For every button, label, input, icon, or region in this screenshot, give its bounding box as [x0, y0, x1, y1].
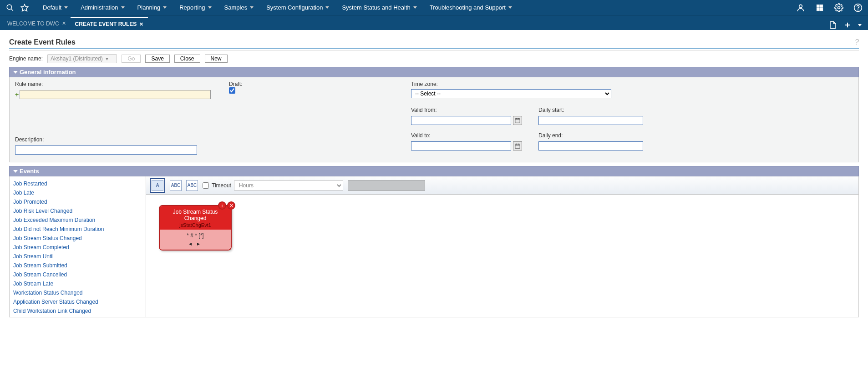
engine-name-label: Engine name: [9, 55, 43, 62]
description-input[interactable] [15, 145, 197, 155]
menu-reporting[interactable]: Reporting [175, 0, 216, 15]
menu-default[interactable]: Default [38, 0, 72, 15]
timeout-checkbox[interactable] [203, 182, 209, 189]
save-button[interactable]: Save [145, 55, 169, 63]
valid-to-label: Valid to: [411, 132, 525, 139]
close-icon[interactable]: ✕ [227, 201, 235, 210]
menu-troubleshooting[interactable]: Troubleshooting and Support [425, 0, 517, 15]
daily-start-input[interactable] [538, 116, 643, 125]
event-item[interactable]: Workstation Status Changed [13, 288, 142, 297]
svg-rect-6 [817, 8, 819, 10]
new-button[interactable]: New [205, 55, 228, 63]
section-general-title: General information [20, 69, 76, 75]
svg-rect-17 [515, 144, 520, 148]
svg-point-8 [838, 6, 840, 9]
timeout-block: Timeout Hours [203, 180, 343, 190]
event-item[interactable]: Job Exceeded Maximum Duration [13, 216, 142, 225]
tab-welcome[interactable]: WELCOME TO DWC ✕ [3, 17, 71, 30]
event-item[interactable]: Job Late [13, 188, 142, 197]
timezone-label: Time zone: [411, 81, 643, 87]
event-card[interactable]: i ✕ Job Stream Status Changed jsStatChgE… [159, 205, 232, 251]
timezone-select[interactable]: -- Select -- [411, 89, 611, 98]
timeout-unit-select[interactable]: Hours [234, 180, 343, 190]
menu-samples[interactable]: Samples [220, 0, 259, 15]
twisty-icon[interactable] [13, 71, 18, 74]
gear-icon[interactable] [833, 2, 844, 13]
view-mode-a-group: A [150, 178, 165, 193]
menu-system-status-label: System Status and Health [342, 4, 410, 11]
event-item[interactable]: Job Risk Level Changed [13, 206, 142, 216]
tab-welcome-label: WELCOME TO DWC [7, 20, 59, 27]
section-general-header[interactable]: General information [9, 67, 859, 77]
event-item[interactable]: Job Stream Cancelled [13, 270, 142, 279]
svg-point-0 [7, 5, 12, 10]
calendar-icon[interactable] [513, 141, 522, 150]
engine-select-value: Akshay1 (Distributed) [51, 55, 103, 62]
svg-rect-5 [820, 5, 823, 7]
close-button[interactable]: Close [174, 55, 200, 63]
daily-end-input[interactable] [538, 141, 643, 150]
valid-to-input[interactable] [411, 141, 511, 150]
svg-point-10 [858, 10, 858, 10]
daily-end-label: Daily end: [538, 132, 643, 139]
draft-label: Draft: [229, 81, 242, 87]
event-card-pager[interactable]: ◂ ▸ [162, 241, 229, 247]
chevron-down-icon[interactable] [858, 24, 862, 26]
apps-icon[interactable] [814, 2, 825, 13]
menu-administration[interactable]: Administration [76, 0, 129, 15]
tab-create-event-rules[interactable]: CREATE EVENT RULES ✕ [71, 17, 148, 30]
event-item[interactable]: Job Did not Reach Minimum Duration [13, 225, 142, 234]
event-item[interactable]: Job Stream Until [13, 252, 142, 261]
plus-icon[interactable] [843, 20, 853, 30]
event-item[interactable]: Job Stream Status Changed [13, 234, 142, 243]
rule-name-input[interactable] [20, 90, 211, 99]
events-list[interactable]: Job Restarted Job Late Job Promoted Job … [10, 176, 146, 317]
event-item[interactable]: Job Stream Completed [13, 243, 142, 252]
new-file-icon[interactable] [828, 20, 838, 30]
canvas-toolbar: A ABC ABC Timeout Hours [146, 176, 858, 195]
event-item[interactable]: Job Stream Submitted [13, 261, 142, 270]
event-item[interactable]: Job Promoted [13, 197, 142, 206]
menu-items: Default Administration Planning Reportin… [38, 0, 517, 15]
view-mode-b-button[interactable]: ABC [170, 180, 182, 191]
menu-system-configuration[interactable]: System Configuration [262, 0, 334, 15]
page-help-icon[interactable]: ? [855, 38, 859, 46]
page-title: Create Event Rules [9, 38, 76, 46]
chevron-down-icon [325, 6, 329, 9]
valid-from-col: Valid from: Valid to: [411, 107, 525, 150]
engine-select[interactable]: Akshay1 (Distributed) ▾ [47, 54, 117, 63]
menu-planning[interactable]: Planning [133, 0, 172, 15]
draft-checkbox[interactable] [229, 87, 235, 94]
engine-toolbar: Engine name: Akshay1 (Distributed) ▾ Go … [9, 54, 859, 63]
event-item[interactable]: Job Stream Late [13, 279, 142, 288]
page-title-row: Create Event Rules ? [9, 35, 859, 48]
close-icon[interactable]: ✕ [62, 20, 66, 26]
canvas-area[interactable]: i ✕ Job Stream Status Changed jsStatChgE… [146, 195, 858, 317]
section-events-header[interactable]: Events [9, 166, 859, 176]
help-icon[interactable] [853, 2, 863, 13]
rule-name-label: Rule name: [15, 81, 211, 87]
twisty-icon[interactable] [13, 170, 18, 173]
user-icon[interactable] [795, 2, 806, 13]
event-item[interactable]: Application Server Status Changed [13, 297, 142, 306]
section-general-body: Rule name: + Description: Draft: [9, 77, 859, 162]
valid-from-input[interactable] [411, 116, 511, 125]
main-scroll-area[interactable]: Engine name: Akshay1 (Distributed) ▾ Go … [9, 54, 859, 385]
view-mode-c-button[interactable]: ABC [186, 180, 198, 191]
search-icon[interactable] [5, 2, 15, 13]
star-icon[interactable] [19, 2, 30, 13]
event-item[interactable]: Job Restarted [13, 179, 142, 188]
calendar-icon[interactable] [513, 116, 522, 125]
svg-rect-13 [515, 119, 520, 123]
chevron-down-icon [508, 6, 512, 9]
chevron-down-icon [250, 6, 254, 9]
menu-troubleshooting-label: Troubleshooting and Support [430, 4, 506, 11]
event-item[interactable]: Child Workstation Link Changed [13, 306, 142, 316]
draft-column: Draft: [229, 81, 393, 155]
view-mode-a-button[interactable]: A [152, 180, 163, 191]
menu-system-status[interactable]: System Status and Health [337, 0, 421, 15]
info-icon[interactable]: i [218, 201, 226, 210]
page: Create Event Rules ? Engine name: Akshay… [0, 30, 868, 386]
close-icon[interactable]: ✕ [139, 21, 143, 27]
daily-start-label: Daily start: [538, 107, 643, 113]
